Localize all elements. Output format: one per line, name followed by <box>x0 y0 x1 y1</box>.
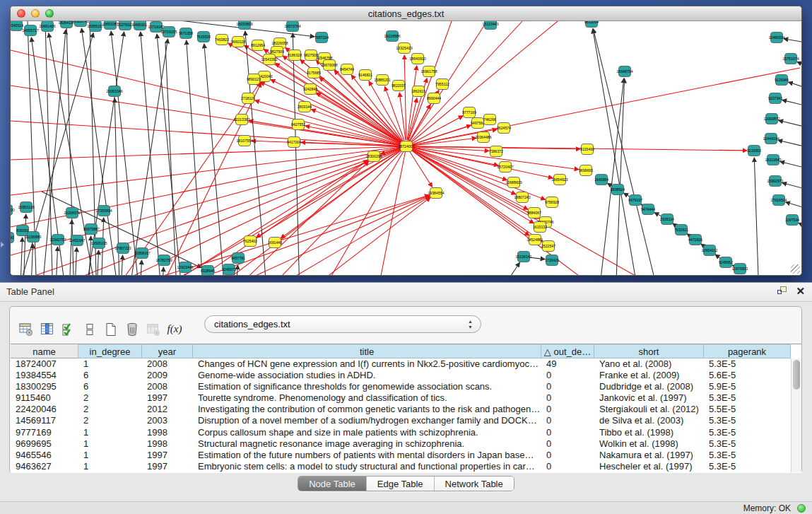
graph-edge[interactable] <box>331 146 406 275</box>
graph-node[interactable]: 10976831 <box>731 264 748 274</box>
graph-edge[interactable] <box>161 267 163 275</box>
graph-node[interactable]: 9756928 <box>545 197 559 208</box>
table-row[interactable]: 911546021997Tourette syndrome. Phenomeno… <box>11 392 801 404</box>
table-row[interactable]: 2242004622012Investigating the contribut… <box>11 404 801 415</box>
graph-node[interactable]: 1691448 <box>268 238 282 248</box>
minimize-window-button[interactable] <box>31 9 40 18</box>
graph-node[interactable]: 9245071 <box>222 264 236 275</box>
graph-edge[interactable] <box>616 78 625 275</box>
graph-edge[interactable] <box>42 192 201 268</box>
graph-node[interactable]: 3175685 <box>307 68 321 78</box>
graph-edge[interactable] <box>778 140 801 148</box>
graph-node[interactable]: 9245652 <box>719 257 733 268</box>
graph-edge[interactable] <box>183 146 406 275</box>
graph-edge[interactable] <box>187 40 204 275</box>
graph-node[interactable]: 8328945 <box>201 266 215 276</box>
graph-node[interactable]: 17957223 <box>114 243 131 254</box>
graph-node[interactable]: 9777169 <box>462 107 476 118</box>
graph-edge[interactable] <box>169 196 430 275</box>
graph-node[interactable]: 1862615 <box>411 86 425 97</box>
column-header-title[interactable]: title <box>193 344 541 358</box>
network-graph[interactable]: 2345514140557172069140618264130203837411… <box>11 21 801 275</box>
graph-edge[interactable] <box>782 183 801 190</box>
graph-node[interactable]: 11156889 <box>25 232 41 243</box>
graph-node[interactable]: 14055717 <box>22 25 38 36</box>
graph-node[interactable]: 16961758 <box>420 66 437 77</box>
graph-node[interactable]: 20364486 <box>475 132 491 143</box>
graph-node[interactable]: 16648794 <box>616 66 632 77</box>
graph-node[interactable]: 15136141 <box>515 252 531 262</box>
graph-node[interactable]: 18724007 <box>398 141 414 152</box>
graph-node[interactable]: 9660128 <box>231 37 245 47</box>
graph-node[interactable]: 12213363 <box>233 115 249 125</box>
row-selection-icon[interactable] <box>58 319 79 340</box>
graph-node[interactable]: 9417004 <box>287 137 301 148</box>
graph-node[interactable]: 12923446 <box>177 262 193 273</box>
float-panel-icon[interactable] <box>777 286 787 296</box>
window-resize-grip[interactable] <box>791 264 800 274</box>
column-header-year[interactable]: year <box>142 344 193 358</box>
graph-node[interactable]: 11451947 <box>69 235 86 246</box>
graph-edge[interactable] <box>182 274 184 275</box>
graph-edge[interactable] <box>789 82 801 89</box>
graph-edge[interactable] <box>281 150 401 238</box>
graph-edge[interactable] <box>399 93 406 140</box>
graph-edge[interactable] <box>111 31 141 275</box>
graph-edge[interactable] <box>593 29 660 275</box>
graph-edge[interactable] <box>782 100 801 107</box>
vertical-scrollbar[interactable] <box>791 358 801 472</box>
column-header-in_degree[interactable]: in_degree <box>78 344 142 358</box>
column-header-name[interactable]: name <box>11 344 78 358</box>
graph-edge[interactable] <box>784 39 801 43</box>
delete-table-icon[interactable] <box>143 319 164 340</box>
graph-node[interactable]: 16782759 <box>155 255 172 266</box>
graph-node[interactable]: 9938924 <box>611 185 625 195</box>
graph-node[interactable]: 15123443 <box>482 21 498 30</box>
graph-node[interactable]: 7615526 <box>196 32 211 42</box>
table-settings-icon[interactable] <box>16 319 37 340</box>
graph-node[interactable]: 2718126 <box>241 93 255 104</box>
graph-node[interactable]: 19573764 <box>284 21 300 32</box>
graph-node[interactable]: 12093872 <box>763 114 779 124</box>
graph-edge[interactable] <box>406 146 747 151</box>
graph-edge[interactable] <box>786 202 801 209</box>
graph-edge[interactable] <box>120 255 123 275</box>
graph-node[interactable]: 15992971 <box>767 176 783 187</box>
graph-node[interactable]: 9227343 <box>768 93 782 104</box>
delete-rows-icon[interactable] <box>122 319 143 340</box>
graph-node[interactable]: 10719155 <box>160 27 177 37</box>
graph-edge[interactable] <box>204 44 225 275</box>
graph-node[interactable]: 8912954 <box>251 40 265 51</box>
graph-node[interactable]: 13325419 <box>396 43 412 54</box>
scrollbar-thumb[interactable] <box>793 360 800 390</box>
graph-node[interactable]: 23200500 <box>11 205 15 216</box>
table-row[interactable]: 946362711997Embryonic stem cells: a mode… <box>11 461 801 472</box>
graph-edge[interactable] <box>20 238 23 275</box>
graph-node[interactable]: 1733426 <box>545 255 559 266</box>
graph-node[interactable]: 20383741 <box>72 21 88 27</box>
graph-node[interactable]: 9699695 <box>579 165 593 176</box>
graph-edge[interactable] <box>69 220 72 275</box>
graph-edge[interactable] <box>412 116 463 144</box>
table-row[interactable]: 946554611997Estimation of the future num… <box>11 450 801 461</box>
graph-node[interactable]: 8813054 <box>584 21 599 28</box>
graph-edge[interactable] <box>779 120 801 128</box>
graph-node[interactable]: 9884067 <box>527 208 541 218</box>
graph-node[interactable]: 8454749 <box>340 64 354 75</box>
graph-node[interactable]: 16033809 <box>236 21 252 30</box>
close-panel-icon[interactable]: ✕ <box>796 286 805 296</box>
column-visibility-icon[interactable] <box>37 319 58 340</box>
function-builder-icon[interactable]: f(x) <box>164 319 185 340</box>
table-row[interactable]: 1938455462009Genome-wide association stu… <box>11 370 801 381</box>
graph-edge[interactable] <box>780 161 801 169</box>
graph-edge[interactable] <box>408 98 417 140</box>
panel-mode-icon[interactable] <box>79 319 100 340</box>
graph-edge[interactable] <box>305 126 400 145</box>
graph-node[interactable]: 3215953 <box>747 146 761 156</box>
graph-node[interactable]: 9242848 <box>303 84 317 95</box>
graph-edge[interactable] <box>130 39 167 275</box>
tab-node-table[interactable]: Node Table <box>298 477 366 491</box>
graph-node[interactable]: 7957224 <box>314 33 329 43</box>
graph-node[interactable]: 15885201 <box>374 75 390 86</box>
table-row[interactable]: 969969511998Structural magnetic resonanc… <box>11 438 801 450</box>
